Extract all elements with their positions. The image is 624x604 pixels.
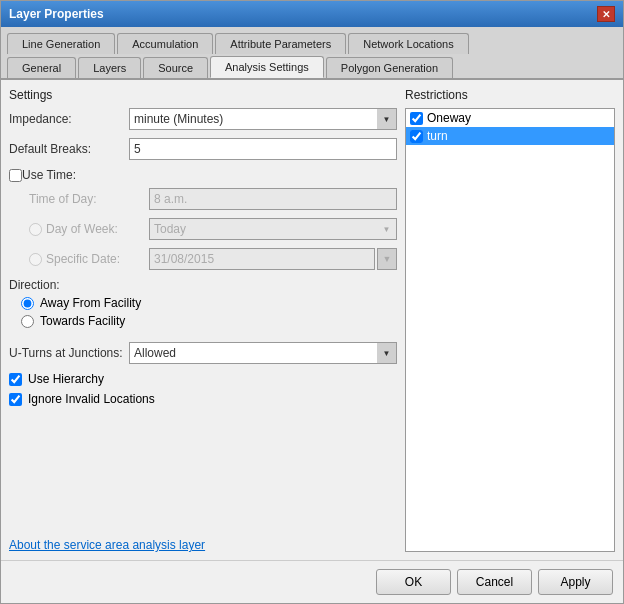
use-hierarchy-label: Use Hierarchy	[28, 372, 104, 386]
restriction-turn[interactable]: turn	[406, 127, 614, 145]
u-turns-select-wrapper: Allowed ▼	[129, 342, 397, 364]
apply-button[interactable]: Apply	[538, 569, 613, 595]
default-breaks-input[interactable]	[129, 138, 397, 160]
direction-label: Direction:	[9, 278, 397, 292]
restrictions-panel: Restrictions Oneway turn	[405, 88, 615, 552]
time-of-day-row: Time of Day:	[29, 188, 397, 210]
ignore-invalid-label: Ignore Invalid Locations	[28, 392, 155, 406]
tab-source[interactable]: Source	[143, 57, 208, 78]
away-from-facility-radio[interactable]	[21, 297, 34, 310]
restriction-oneway-label: Oneway	[427, 111, 471, 125]
time-of-day-input	[149, 188, 397, 210]
tab-general[interactable]: General	[7, 57, 76, 78]
tab-layers[interactable]: Layers	[78, 57, 141, 78]
use-time-label: Use Time:	[22, 168, 76, 182]
day-of-week-select: Today	[149, 218, 397, 240]
tab-polygon-generation[interactable]: Polygon Generation	[326, 57, 453, 78]
restriction-turn-checkbox[interactable]	[410, 130, 423, 143]
use-time-row: Use Time:	[9, 168, 397, 182]
day-of-week-select-wrapper: Today ▼	[149, 218, 397, 240]
restrictions-title: Restrictions	[405, 88, 615, 102]
calendar-button: ▼	[377, 248, 397, 270]
use-hierarchy-row: Use Hierarchy	[9, 372, 397, 386]
u-turns-row: U-Turns at Junctions: Allowed ▼	[9, 342, 397, 364]
use-hierarchy-checkbox[interactable]	[9, 373, 22, 386]
default-breaks-label: Default Breaks:	[9, 142, 129, 156]
settings-panel: Settings Impedance: minute (Minutes) ▼ D…	[9, 88, 397, 552]
ok-button[interactable]: OK	[376, 569, 451, 595]
time-of-day-label: Time of Day:	[29, 192, 149, 206]
title-bar-controls: ✕	[597, 6, 615, 22]
ignore-invalid-checkbox[interactable]	[9, 393, 22, 406]
settings-title: Settings	[9, 88, 397, 102]
about-link[interactable]: About the service area analysis layer	[9, 528, 397, 552]
day-of-week-row: Day of Week: Today ▼	[29, 218, 397, 240]
ignore-invalid-row: Ignore Invalid Locations	[9, 392, 397, 406]
impedance-label: Impedance:	[9, 112, 129, 126]
footer: OK Cancel Apply	[1, 560, 623, 603]
direction-section: Direction: Away From Facility Towards Fa…	[9, 278, 397, 336]
tab-network-locations[interactable]: Network Locations	[348, 33, 469, 54]
away-from-facility-row: Away From Facility	[21, 296, 397, 310]
link-container: About the service area analysis layer	[9, 412, 397, 552]
impedance-row: Impedance: minute (Minutes) ▼	[9, 108, 397, 130]
u-turns-label: U-Turns at Junctions:	[9, 346, 129, 360]
specific-date-input	[149, 248, 375, 270]
tab-line-generation[interactable]: Line Generation	[7, 33, 115, 54]
tab-row-2: General Layers Source Analysis Settings …	[1, 54, 623, 80]
impedance-select[interactable]: minute (Minutes)	[129, 108, 397, 130]
close-button[interactable]: ✕	[597, 6, 615, 22]
tab-analysis-settings[interactable]: Analysis Settings	[210, 56, 324, 78]
cancel-button[interactable]: Cancel	[457, 569, 532, 595]
restriction-oneway-checkbox[interactable]	[410, 112, 423, 125]
specific-date-label: Specific Date:	[46, 252, 120, 266]
specific-date-radio	[29, 253, 42, 266]
restriction-turn-label: turn	[427, 129, 448, 143]
title-bar: Layer Properties ✕	[1, 1, 623, 27]
restriction-oneway[interactable]: Oneway	[406, 109, 614, 127]
tab-row-1: Line Generation Accumulation Attribute P…	[1, 27, 623, 54]
use-time-checkbox[interactable]	[9, 169, 22, 182]
impedance-select-wrapper: minute (Minutes) ▼	[129, 108, 397, 130]
away-from-facility-label: Away From Facility	[40, 296, 141, 310]
u-turns-select[interactable]: Allowed	[129, 342, 397, 364]
window-title: Layer Properties	[9, 7, 104, 21]
layer-properties-window: Layer Properties ✕ Line Generation Accum…	[0, 0, 624, 604]
content-area: Settings Impedance: minute (Minutes) ▼ D…	[1, 80, 623, 560]
direction-radio-group: Away From Facility Towards Facility	[21, 296, 397, 328]
towards-facility-radio[interactable]	[21, 315, 34, 328]
tab-accumulation[interactable]: Accumulation	[117, 33, 213, 54]
tab-attribute-parameters[interactable]: Attribute Parameters	[215, 33, 346, 54]
restrictions-list[interactable]: Oneway turn	[405, 108, 615, 552]
day-of-week-label: Day of Week:	[46, 222, 118, 236]
towards-facility-row: Towards Facility	[21, 314, 397, 328]
specific-date-row: Specific Date: ▼	[29, 248, 397, 270]
day-of-week-radio	[29, 223, 42, 236]
date-input-wrapper: ▼	[149, 248, 397, 270]
default-breaks-row: Default Breaks:	[9, 138, 397, 160]
towards-facility-label: Towards Facility	[40, 314, 125, 328]
